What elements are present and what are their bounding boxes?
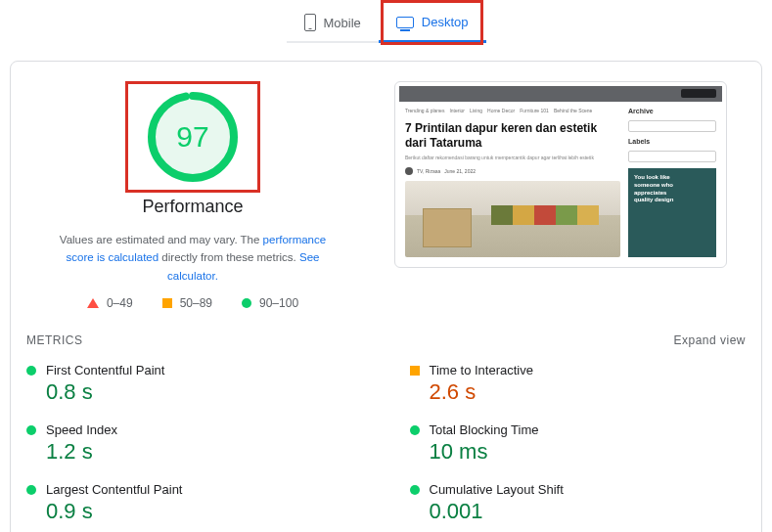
performance-gauge: 97 [146,90,240,184]
score-description: Values are estimated and may vary. The p… [46,231,340,285]
avatar-icon [405,167,413,175]
legend-fail: 0–49 [107,296,133,310]
status-dot-icon [410,485,420,495]
thumb-promo: You look like someone who appreciates qu… [628,168,716,257]
metric-label: First Contentful Paint [46,363,164,377]
mobile-icon [304,14,316,31]
square-icon [162,298,172,308]
page-screenshot-thumbnail: Trending & planesInteriorLivingHome Deco… [394,81,727,268]
score-value: 97 [146,90,240,184]
thumb-topbar [399,86,722,102]
legend-avg: 50–89 [180,296,212,310]
report-panel: 97 Performance Values are estimated and … [10,61,762,532]
metric-label: Speed Index [46,422,117,437]
status-square-icon [410,366,420,376]
metric-value: 0.9 s [46,499,363,524]
thumb-labels-hdr: Labels [628,138,716,145]
metrics-grid: First Contentful Paint 0.8 s Time to Int… [26,359,746,532]
status-dot-icon [410,425,420,435]
thumb-byline: TV, Rizaaa June 21, 2022 [405,167,620,175]
status-dot-icon [26,485,36,495]
metric-label: Total Blocking Time [430,422,539,437]
metric-tbt: Total Blocking Time 10 ms [410,419,747,472]
thumb-headline: 7 Printilan dapur keren dan estetik dari… [405,121,620,151]
legend-pass: 90–100 [259,296,298,310]
metric-label: Largest Contentful Paint [46,482,182,497]
metrics-title: METRICS [26,333,83,347]
thumb-archive-hdr: Archive [628,108,716,114]
metric-value: 0.001 [430,499,747,524]
metric-label: Cumulative Layout Shift [430,482,564,497]
metric-si: Speed Index 1.2 s [26,419,363,472]
tabs-container: Mobile Desktop [0,0,772,43]
thumb-photo [405,181,620,257]
score-legend: 0–49 50–89 90–100 [87,296,298,310]
metric-cls: Cumulative Layout Shift 0.001 [410,478,747,532]
thumb-nav: Trending & planesInteriorLivingHome Deco… [405,108,620,113]
triangle-icon [87,298,99,308]
tab-desktop-label: Desktop [422,15,469,29]
score-label: Performance [142,197,243,217]
metric-value: 0.8 s [46,379,363,405]
score-column: 97 Performance Values are estimated and … [26,81,359,310]
status-dot-icon [26,425,36,435]
metric-tti: Time to Interactive 2.6 s [410,359,747,413]
metric-value: 10 ms [430,439,747,465]
metric-value: 1.2 s [46,439,363,465]
metric-value: 2.6 s [430,379,747,405]
thumb-sub: Berikut daftar rekomendasi barang untuk … [405,155,620,161]
metric-fcp: First Contentful Paint 0.8 s [26,359,363,413]
status-dot-icon [26,366,36,376]
desktop-icon [396,17,414,28]
thumb-labels-field [628,151,716,162]
circle-icon [242,298,251,308]
tab-mobile-label: Mobile [324,16,361,30]
metric-lcp: Largest Contentful Paint 0.9 s [26,478,363,532]
score-gauge-box: 97 [125,81,260,193]
metric-label: Time to Interactive [430,363,533,377]
tab-desktop[interactable]: Desktop [379,4,486,43]
thumb-archive-field [628,120,716,132]
expand-view-link[interactable]: Expand view [673,333,746,347]
tab-mobile[interactable]: Mobile [287,4,379,43]
